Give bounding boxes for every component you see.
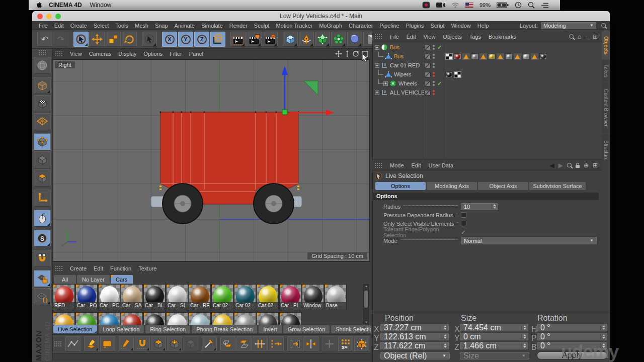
axis-extrude-tool-button[interactable] [354,336,369,351]
set-value-tool-button[interactable]: x= [338,336,353,351]
size-y-input[interactable]: 0 cm [460,333,528,340]
material-swatch[interactable] [257,312,279,325]
object-tree-row[interactable]: Wipers [372,70,602,79]
bus-rear-wheel[interactable] [163,184,203,224]
material-swatch[interactable] [121,312,143,325]
material-menu-texture[interactable]: Texture [138,265,156,272]
enable-axis-button[interactable] [34,190,51,207]
clock-icon[interactable] [515,2,522,9]
move-button[interactable] [90,32,105,47]
only-select-visible-elements-checkbox[interactable] [461,221,466,226]
material-swatch[interactable]: Car - Pl [279,284,301,309]
slide-polygon-tool-button[interactable] [236,336,252,351]
material-menu-create[interactable]: Create [70,265,87,272]
viewport-menu-cameras[interactable]: Cameras [89,51,112,57]
generators-button[interactable] [315,32,330,47]
model-mode-button[interactable] [34,77,51,94]
menu-render[interactable]: Render [229,23,248,29]
rotate-button[interactable] [122,32,137,47]
visibility-dots[interactable] [433,81,435,86]
menu-sculpt[interactable]: Sculpt [254,23,270,29]
object-name[interactable]: Car 01 RED [390,62,420,68]
mode-dropdown[interactable]: Normal▼ [461,237,597,244]
selection-tag-icon[interactable] [514,53,521,60]
history-forward-icon[interactable]: ▶ [558,162,563,169]
material-tag-icon[interactable] [505,53,513,60]
material-swatch[interactable] [166,312,188,325]
menubar-app-name[interactable]: CINEMA 4D [49,2,82,9]
menu-window[interactable]: Window [451,23,471,29]
pressure-dependent-radius-checkbox[interactable] [461,212,466,218]
make-editable-button[interactable] [34,57,51,74]
object-manager-menu-objects[interactable]: Objects [443,34,461,40]
selection-tag-icon[interactable] [479,53,487,60]
position-x-input[interactable]: 37.227 cm [380,324,449,331]
wifi-icon[interactable] [451,2,459,8]
material-scrollbar[interactable]: ▲ ▼ [363,284,369,324]
spotlight-search-icon[interactable] [528,2,535,9]
material-tag-icon[interactable] [522,53,530,60]
live-selection-button[interactable]: Live Selection [53,325,97,333]
menu-script[interactable]: Script [431,23,445,29]
attribute-tab-modeling-axis[interactable]: Modeling Axis [427,182,477,190]
smooth-shift-tool-button[interactable] [183,336,198,351]
edges-mode-button[interactable] [34,151,51,168]
radius-input[interactable]: 10 [461,203,498,210]
object-name[interactable]: Bus [394,53,404,59]
spline-arc-tool-button[interactable] [65,336,80,351]
render-settings-button[interactable] [263,32,278,47]
material-tab-all[interactable]: All [54,275,76,284]
stepper-icon[interactable] [521,325,528,330]
pan-view-icon[interactable] [335,50,342,57]
points-mode-button[interactable] [34,133,51,150]
add-point-tool-button[interactable] [322,336,337,351]
stepper-icon[interactable] [521,334,528,339]
patch-tool-button[interactable] [100,336,115,351]
material-grip[interactable] [55,265,63,272]
uv-tag-icon[interactable] [445,53,453,60]
material-swatch[interactable]: Base [325,284,347,309]
polygons-mode-button[interactable] [34,169,51,187]
camera-icon[interactable] [436,2,445,8]
object-manager-grip[interactable] [374,34,382,40]
notification-list-icon[interactable] [541,2,549,9]
view-orientation-label[interactable]: Right [55,61,75,68]
render-view-button[interactable] [230,32,246,47]
search-icon[interactable] [601,23,606,28]
menu-snap[interactable]: Snap [155,23,168,29]
material-tag-icon[interactable] [454,53,461,60]
material-menu-function[interactable]: Function [110,265,131,272]
object-tree-row[interactable]: +0ALL VEHICLES [372,88,602,97]
slide-edge-tool-button[interactable] [220,336,235,351]
undo-button[interactable]: ↶ [37,32,52,47]
extrude-tool-button[interactable] [151,336,166,351]
lock-z-button[interactable]: Z [194,32,209,47]
live-selection-button[interactable] [73,32,89,47]
material-swatch[interactable]: Car 02 - [211,284,233,309]
material-swatch[interactable]: Car - BL [143,284,166,309]
rotation-p-input[interactable]: 0 ° [537,333,607,340]
enable-snap-button[interactable]: S [34,230,51,247]
enabled-check-icon[interactable]: ✓ [437,44,442,51]
scrollbar-thumb[interactable] [364,291,368,308]
material-tab-no-layer[interactable]: No Layer [77,275,110,284]
primitive-cube-button[interactable] [283,32,298,47]
search-icon[interactable] [569,34,574,39]
environment-button[interactable] [347,32,362,47]
attribute-tab-subdivision-surface[interactable]: Subdivision Surface [529,182,586,190]
phong-break-selection-button[interactable]: Phong Break Selection [192,325,257,333]
material-swatch[interactable] [75,312,98,325]
move-gizmo[interactable] [282,66,334,116]
stepper-icon[interactable] [600,325,607,330]
menu-select[interactable]: Select [94,23,109,29]
keyboard-flag-icon[interactable] [465,3,473,8]
material-swatch[interactable] [189,312,211,325]
visibility-dots[interactable] [433,54,435,59]
menu-edit[interactable]: Edit [54,23,64,29]
size-x-input[interactable]: 74.454 cm [460,324,528,331]
object-manager-menu-view[interactable]: View [424,34,436,40]
new-panel-icon[interactable]: ⊞ [593,162,598,169]
menu-mesh[interactable]: Mesh [135,23,148,29]
edge-cut-tool-button[interactable] [253,336,268,351]
attribute-tab-options[interactable]: Options [375,182,426,190]
